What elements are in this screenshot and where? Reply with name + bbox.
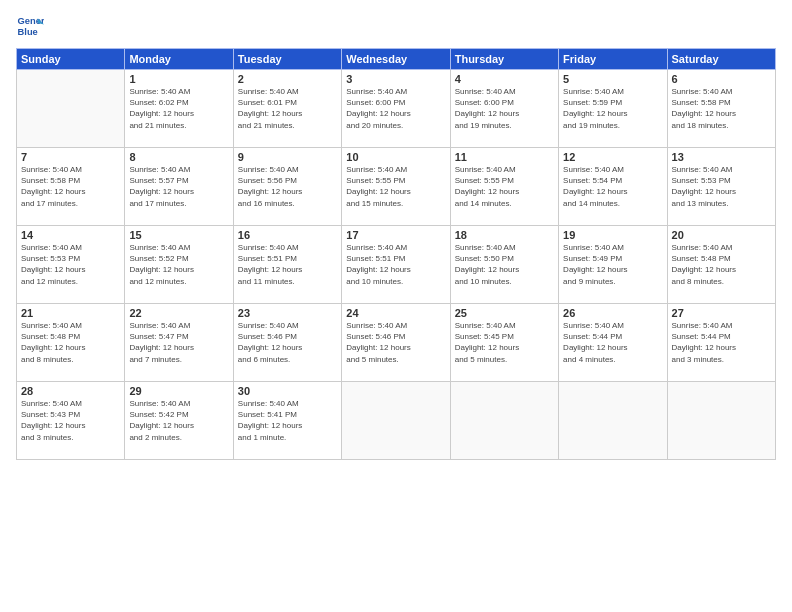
day-info: Sunrise: 5:40 AM Sunset: 5:46 PM Dayligh… xyxy=(346,320,445,365)
day-info: Sunrise: 5:40 AM Sunset: 5:50 PM Dayligh… xyxy=(455,242,554,287)
calendar-cell: 17Sunrise: 5:40 AM Sunset: 5:51 PM Dayli… xyxy=(342,226,450,304)
day-info: Sunrise: 5:40 AM Sunset: 5:44 PM Dayligh… xyxy=(672,320,771,365)
day-number: 9 xyxy=(238,151,337,163)
day-number: 3 xyxy=(346,73,445,85)
calendar-cell: 30Sunrise: 5:40 AM Sunset: 5:41 PM Dayli… xyxy=(233,382,341,460)
calendar-cell: 23Sunrise: 5:40 AM Sunset: 5:46 PM Dayli… xyxy=(233,304,341,382)
day-info: Sunrise: 5:40 AM Sunset: 5:45 PM Dayligh… xyxy=(455,320,554,365)
day-number: 24 xyxy=(346,307,445,319)
calendar-cell: 1Sunrise: 5:40 AM Sunset: 6:02 PM Daylig… xyxy=(125,70,233,148)
day-info: Sunrise: 5:40 AM Sunset: 5:53 PM Dayligh… xyxy=(672,164,771,209)
day-number: 17 xyxy=(346,229,445,241)
day-info: Sunrise: 5:40 AM Sunset: 5:52 PM Dayligh… xyxy=(129,242,228,287)
day-number: 6 xyxy=(672,73,771,85)
day-info: Sunrise: 5:40 AM Sunset: 5:56 PM Dayligh… xyxy=(238,164,337,209)
calendar-cell: 3Sunrise: 5:40 AM Sunset: 6:00 PM Daylig… xyxy=(342,70,450,148)
day-info: Sunrise: 5:40 AM Sunset: 6:00 PM Dayligh… xyxy=(455,86,554,131)
day-number: 14 xyxy=(21,229,120,241)
day-number: 15 xyxy=(129,229,228,241)
day-number: 5 xyxy=(563,73,662,85)
day-info: Sunrise: 5:40 AM Sunset: 5:54 PM Dayligh… xyxy=(563,164,662,209)
calendar-cell: 8Sunrise: 5:40 AM Sunset: 5:57 PM Daylig… xyxy=(125,148,233,226)
weekday-header-wednesday: Wednesday xyxy=(342,49,450,70)
day-number: 13 xyxy=(672,151,771,163)
day-info: Sunrise: 5:40 AM Sunset: 5:57 PM Dayligh… xyxy=(129,164,228,209)
day-info: Sunrise: 5:40 AM Sunset: 6:00 PM Dayligh… xyxy=(346,86,445,131)
day-info: Sunrise: 5:40 AM Sunset: 5:46 PM Dayligh… xyxy=(238,320,337,365)
day-info: Sunrise: 5:40 AM Sunset: 5:51 PM Dayligh… xyxy=(238,242,337,287)
calendar-cell: 24Sunrise: 5:40 AM Sunset: 5:46 PM Dayli… xyxy=(342,304,450,382)
day-number: 27 xyxy=(672,307,771,319)
day-number: 7 xyxy=(21,151,120,163)
day-number: 4 xyxy=(455,73,554,85)
calendar-cell: 19Sunrise: 5:40 AM Sunset: 5:49 PM Dayli… xyxy=(559,226,667,304)
day-info: Sunrise: 5:40 AM Sunset: 5:53 PM Dayligh… xyxy=(21,242,120,287)
weekday-header-monday: Monday xyxy=(125,49,233,70)
day-number: 30 xyxy=(238,385,337,397)
calendar-cell: 4Sunrise: 5:40 AM Sunset: 6:00 PM Daylig… xyxy=(450,70,558,148)
calendar-cell: 26Sunrise: 5:40 AM Sunset: 5:44 PM Dayli… xyxy=(559,304,667,382)
day-info: Sunrise: 5:40 AM Sunset: 5:49 PM Dayligh… xyxy=(563,242,662,287)
calendar-cell: 27Sunrise: 5:40 AM Sunset: 5:44 PM Dayli… xyxy=(667,304,775,382)
calendar-cell: 13Sunrise: 5:40 AM Sunset: 5:53 PM Dayli… xyxy=(667,148,775,226)
calendar-cell xyxy=(342,382,450,460)
calendar-cell: 2Sunrise: 5:40 AM Sunset: 6:01 PM Daylig… xyxy=(233,70,341,148)
day-info: Sunrise: 5:40 AM Sunset: 5:59 PM Dayligh… xyxy=(563,86,662,131)
day-info: Sunrise: 5:40 AM Sunset: 6:02 PM Dayligh… xyxy=(129,86,228,131)
day-number: 10 xyxy=(346,151,445,163)
calendar-cell xyxy=(17,70,125,148)
calendar-cell: 25Sunrise: 5:40 AM Sunset: 5:45 PM Dayli… xyxy=(450,304,558,382)
weekday-header-thursday: Thursday xyxy=(450,49,558,70)
day-number: 12 xyxy=(563,151,662,163)
calendar-cell xyxy=(667,382,775,460)
day-info: Sunrise: 5:40 AM Sunset: 5:43 PM Dayligh… xyxy=(21,398,120,443)
day-number: 22 xyxy=(129,307,228,319)
day-info: Sunrise: 5:40 AM Sunset: 5:48 PM Dayligh… xyxy=(672,242,771,287)
day-number: 11 xyxy=(455,151,554,163)
day-number: 23 xyxy=(238,307,337,319)
weekday-header-saturday: Saturday xyxy=(667,49,775,70)
svg-text:Blue: Blue xyxy=(18,27,38,37)
day-info: Sunrise: 5:40 AM Sunset: 5:58 PM Dayligh… xyxy=(672,86,771,131)
day-info: Sunrise: 5:40 AM Sunset: 5:42 PM Dayligh… xyxy=(129,398,228,443)
day-number: 21 xyxy=(21,307,120,319)
calendar-cell xyxy=(450,382,558,460)
day-number: 29 xyxy=(129,385,228,397)
day-number: 2 xyxy=(238,73,337,85)
calendar-cell: 9Sunrise: 5:40 AM Sunset: 5:56 PM Daylig… xyxy=(233,148,341,226)
day-number: 26 xyxy=(563,307,662,319)
calendar-cell: 12Sunrise: 5:40 AM Sunset: 5:54 PM Dayli… xyxy=(559,148,667,226)
calendar-cell: 18Sunrise: 5:40 AM Sunset: 5:50 PM Dayli… xyxy=(450,226,558,304)
weekday-header-sunday: Sunday xyxy=(17,49,125,70)
day-number: 16 xyxy=(238,229,337,241)
calendar-cell: 16Sunrise: 5:40 AM Sunset: 5:51 PM Dayli… xyxy=(233,226,341,304)
calendar-cell: 5Sunrise: 5:40 AM Sunset: 5:59 PM Daylig… xyxy=(559,70,667,148)
calendar-cell: 22Sunrise: 5:40 AM Sunset: 5:47 PM Dayli… xyxy=(125,304,233,382)
calendar-cell: 21Sunrise: 5:40 AM Sunset: 5:48 PM Dayli… xyxy=(17,304,125,382)
calendar-table: SundayMondayTuesdayWednesdayThursdayFrid… xyxy=(16,48,776,460)
calendar-cell: 29Sunrise: 5:40 AM Sunset: 5:42 PM Dayli… xyxy=(125,382,233,460)
calendar-cell: 20Sunrise: 5:40 AM Sunset: 5:48 PM Dayli… xyxy=(667,226,775,304)
day-info: Sunrise: 5:40 AM Sunset: 5:51 PM Dayligh… xyxy=(346,242,445,287)
day-number: 28 xyxy=(21,385,120,397)
day-number: 1 xyxy=(129,73,228,85)
day-info: Sunrise: 5:40 AM Sunset: 5:58 PM Dayligh… xyxy=(21,164,120,209)
calendar-cell: 7Sunrise: 5:40 AM Sunset: 5:58 PM Daylig… xyxy=(17,148,125,226)
day-number: 8 xyxy=(129,151,228,163)
day-number: 19 xyxy=(563,229,662,241)
day-info: Sunrise: 5:40 AM Sunset: 5:41 PM Dayligh… xyxy=(238,398,337,443)
day-number: 20 xyxy=(672,229,771,241)
day-info: Sunrise: 5:40 AM Sunset: 5:47 PM Dayligh… xyxy=(129,320,228,365)
weekday-header-tuesday: Tuesday xyxy=(233,49,341,70)
calendar-cell: 10Sunrise: 5:40 AM Sunset: 5:55 PM Dayli… xyxy=(342,148,450,226)
day-info: Sunrise: 5:40 AM Sunset: 5:55 PM Dayligh… xyxy=(455,164,554,209)
day-info: Sunrise: 5:40 AM Sunset: 5:44 PM Dayligh… xyxy=(563,320,662,365)
calendar-cell xyxy=(559,382,667,460)
day-number: 25 xyxy=(455,307,554,319)
calendar-cell: 14Sunrise: 5:40 AM Sunset: 5:53 PM Dayli… xyxy=(17,226,125,304)
day-info: Sunrise: 5:40 AM Sunset: 5:55 PM Dayligh… xyxy=(346,164,445,209)
calendar-cell: 11Sunrise: 5:40 AM Sunset: 5:55 PM Dayli… xyxy=(450,148,558,226)
day-number: 18 xyxy=(455,229,554,241)
day-info: Sunrise: 5:40 AM Sunset: 6:01 PM Dayligh… xyxy=(238,86,337,131)
calendar-cell: 15Sunrise: 5:40 AM Sunset: 5:52 PM Dayli… xyxy=(125,226,233,304)
